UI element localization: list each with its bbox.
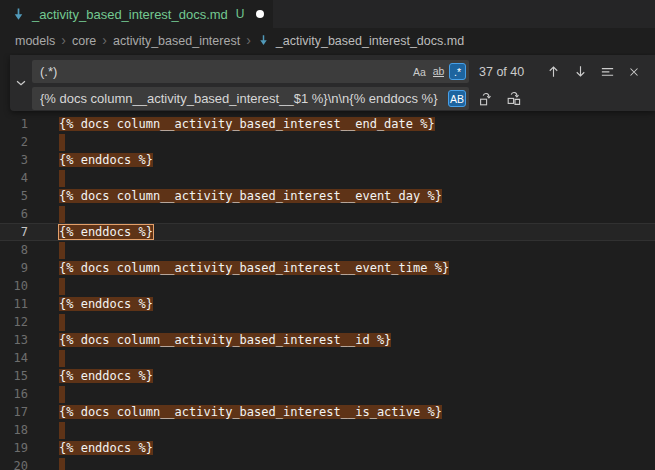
line-content	[59, 385, 65, 403]
editor-line[interactable]: 6	[0, 205, 655, 223]
editor-line[interactable]: 15{% enddocs %}	[0, 367, 655, 385]
find-match-empty-line	[59, 242, 65, 259]
line-content: {% enddocs %}	[59, 439, 153, 457]
find-match: {% docs column__activity_based_interest_…	[59, 405, 442, 419]
find-match: {% docs column__activity_based_interest_…	[59, 333, 391, 347]
markdown-file-icon	[257, 34, 270, 47]
editor-line[interactable]: 4	[0, 169, 655, 187]
toggle-replace-button[interactable]	[10, 55, 32, 111]
find-match-empty-line	[59, 458, 65, 470]
chevron-down-icon	[14, 76, 28, 90]
editor-line[interactable]: 2	[0, 133, 655, 151]
line-content	[59, 241, 65, 259]
line-number: 20	[0, 457, 28, 470]
chevron-right-icon: ›	[61, 33, 66, 47]
line-number: 2	[0, 133, 28, 151]
line-number: 4	[0, 169, 28, 187]
line-number: 12	[0, 313, 28, 331]
tab-active-file[interactable]: _activity_based_interest_docs.md U	[0, 0, 273, 28]
breadcrumb: models › core › activity_based_interest …	[0, 28, 655, 53]
line-content	[59, 313, 65, 331]
breadcrumb-item-core[interactable]: core	[72, 34, 96, 48]
tab-bar: _activity_based_interest_docs.md U	[0, 0, 655, 28]
line-number: 17	[0, 403, 28, 421]
line-content	[59, 457, 65, 470]
editor-line[interactable]: 14	[0, 349, 655, 367]
line-number: 19	[0, 439, 28, 457]
replace-button[interactable]	[477, 90, 495, 108]
line-content: {% docs column__activity_based_interest_…	[59, 259, 449, 277]
find-match-empty-line	[59, 134, 65, 151]
line-content	[59, 133, 65, 151]
editor-line[interactable]: 9{% docs column__activity_based_interest…	[0, 259, 655, 277]
next-match-button[interactable]	[571, 63, 589, 81]
dirty-indicator[interactable]	[256, 10, 264, 18]
line-number: 7	[0, 223, 28, 241]
line-number: 9	[0, 259, 28, 277]
replace-all-button[interactable]	[505, 90, 523, 108]
find-match-empty-line	[59, 170, 65, 187]
find-match-empty-line	[59, 386, 65, 403]
line-number: 11	[0, 295, 28, 313]
search-input[interactable]: (.*) Aa ab .*	[32, 60, 469, 83]
line-content	[59, 421, 65, 439]
replace-row: {% docs column__activity_based_interest_…	[32, 87, 655, 110]
editor-line[interactable]: 19{% enddocs %}	[0, 439, 655, 457]
line-number: 15	[0, 367, 28, 385]
breadcrumb-file[interactable]: _activity_based_interest_docs.md	[276, 34, 464, 48]
line-content	[59, 277, 65, 295]
editor-line[interactable]: 18	[0, 421, 655, 439]
match-count: 37 of 40	[479, 65, 533, 79]
regex-toggle[interactable]: .*	[449, 63, 466, 80]
editor-line[interactable]: 5{% docs column__activity_based_interest…	[0, 187, 655, 205]
line-number: 13	[0, 331, 28, 349]
line-content: {% enddocs %}	[59, 295, 153, 313]
line-number: 6	[0, 205, 28, 223]
editor-line[interactable]: 13{% docs column__activity_based_interes…	[0, 331, 655, 349]
editor-line[interactable]: 3{% enddocs %}	[0, 151, 655, 169]
line-content: {% docs column__activity_based_interest_…	[59, 187, 442, 205]
editor-line[interactable]: 17{% docs column__activity_based_interes…	[0, 403, 655, 421]
line-number: 10	[0, 277, 28, 295]
find-match-empty-line	[59, 314, 65, 331]
breadcrumb-item-models[interactable]: models	[15, 34, 55, 48]
breadcrumb-item-activity-based-interest[interactable]: activity_based_interest	[113, 34, 240, 48]
line-number: 3	[0, 151, 28, 169]
line-content: {% enddocs %}	[59, 367, 153, 385]
editor-line[interactable]: 1{% docs column__activity_based_interest…	[0, 115, 655, 133]
editor-line[interactable]: 10	[0, 277, 655, 295]
whole-word-toggle[interactable]: ab	[430, 63, 447, 80]
editor-line[interactable]: 16	[0, 385, 655, 403]
line-number: 14	[0, 349, 28, 367]
preserve-case-toggle[interactable]: AB	[448, 90, 466, 107]
editor-line[interactable]: 8	[0, 241, 655, 259]
editor-line[interactable]: 12	[0, 313, 655, 331]
find-match: {% enddocs %}	[59, 297, 153, 311]
find-match: {% docs column__activity_based_interest_…	[59, 117, 435, 131]
find-row: (.*) Aa ab .* 37 of 40	[32, 60, 655, 83]
replace-input[interactable]: {% docs column__activity_based_interest_…	[32, 87, 469, 110]
line-number: 5	[0, 187, 28, 205]
line-number: 8	[0, 241, 28, 259]
find-match-empty-line	[59, 350, 65, 367]
chevron-right-icon: ›	[246, 33, 251, 47]
editor-line[interactable]: 20	[0, 457, 655, 470]
line-content: {% docs column__activity_based_interest_…	[59, 115, 435, 133]
find-match-empty-line	[59, 278, 65, 295]
line-content: {% docs column__activity_based_interest_…	[59, 331, 391, 349]
chevron-right-icon: ›	[102, 33, 107, 47]
markdown-file-icon	[11, 7, 26, 22]
replace-value: {% docs column__activity_based_interest_…	[40, 91, 446, 106]
previous-match-button[interactable]	[544, 63, 562, 81]
line-content: {% enddocs %}	[59, 151, 153, 169]
editor-line[interactable]: 11{% enddocs %}	[0, 295, 655, 313]
match-case-toggle[interactable]: Aa	[411, 63, 428, 80]
close-icon[interactable]	[625, 63, 643, 81]
find-in-selection-button[interactable]	[598, 63, 616, 81]
line-content	[59, 205, 65, 223]
line-content	[59, 169, 65, 187]
editor-line[interactable]: 7{% enddocs %}	[0, 223, 655, 241]
line-content: {% docs column__activity_based_interest_…	[59, 403, 442, 421]
line-number: 16	[0, 385, 28, 403]
line-number: 18	[0, 421, 28, 439]
